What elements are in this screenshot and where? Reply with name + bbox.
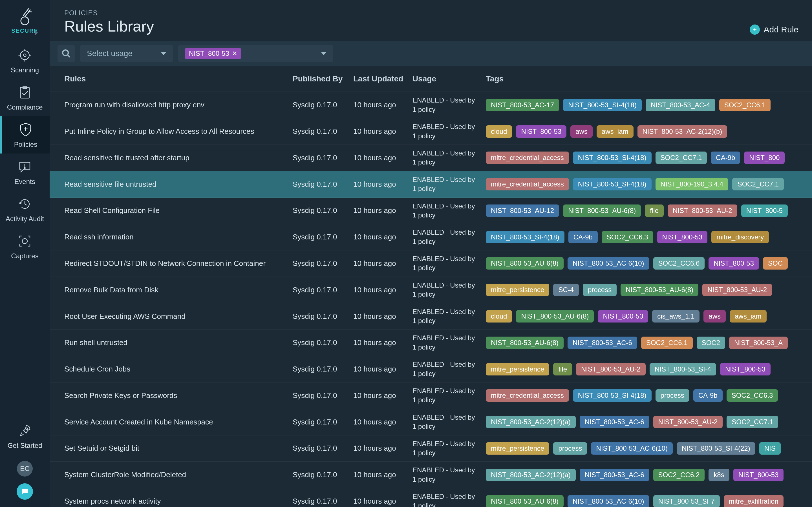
tag-pill[interactable]: SOC2_CC6.1: [641, 337, 693, 349]
table-row[interactable]: Put Inline Policy in Group to Allow Acce…: [50, 118, 812, 145]
tag-pill[interactable]: SOC2_CC7.1: [732, 178, 784, 190]
tag-pill[interactable]: cloud: [486, 125, 512, 138]
usage-filter-select[interactable]: Select usage: [80, 45, 173, 62]
tag-pill[interactable]: mitre_persistence: [486, 363, 549, 376]
tag-pill[interactable]: SOC2_CC7.1: [656, 152, 707, 164]
tag-pill[interactable]: aws: [703, 310, 726, 323]
tag-pill[interactable]: mitre_exfiltration: [724, 495, 783, 507]
tag-pill[interactable]: NIST_800-53_AU-6(8): [516, 310, 594, 323]
col-usage[interactable]: Usage: [412, 74, 486, 83]
tag-pill[interactable]: SOC2: [697, 337, 725, 349]
tag-pill[interactable]: mitre_credential_access: [486, 152, 569, 164]
tag-pill[interactable]: SOC: [763, 257, 788, 270]
sidebar-item-scanning[interactable]: Scanning: [0, 42, 50, 79]
sidebar-item-policies[interactable]: Policies: [0, 116, 50, 154]
tag-pill[interactable]: NIST_800: [744, 152, 784, 164]
tag-pill[interactable]: process: [553, 442, 587, 455]
table-row[interactable]: Read sensitive file trusted after startu…: [50, 145, 812, 171]
filter-chip[interactable]: NIST_800-53 ✕: [185, 48, 241, 59]
table-row[interactable]: Search Private Keys or PasswordsSysdig 0…: [50, 383, 812, 409]
tag-pill[interactable]: SOC2_CC6.2: [653, 469, 705, 481]
tag-pill[interactable]: NIST_800-53_AU-12: [486, 205, 559, 217]
tag-pill[interactable]: NIST_800-53_AU-6(8): [486, 257, 564, 270]
table-row[interactable]: Redirect STDOUT/STDIN to Network Connect…: [50, 250, 812, 277]
col-rules[interactable]: Rules: [64, 74, 293, 83]
tag-pill[interactable]: NIST_800-53: [516, 125, 566, 138]
tag-pill[interactable]: NIST_800-53_AC-6: [580, 416, 649, 428]
remove-chip-icon[interactable]: ✕: [232, 50, 237, 57]
tag-pill[interactable]: NIST_800-53_SI-4(22): [677, 442, 755, 455]
tag-pill[interactable]: NIST_800-53: [709, 257, 759, 270]
tag-pill[interactable]: NIST_800-53_AU-2: [702, 284, 772, 296]
chat-button[interactable]: [17, 483, 33, 500]
add-rule-button[interactable]: Add Rule: [750, 24, 799, 35]
tag-pill[interactable]: SOC2_CC6.1: [719, 99, 771, 111]
tag-pill[interactable]: NIST_800-53_AU-2: [668, 205, 737, 217]
table-row[interactable]: System ClusterRole Modified/DeletedSysdi…: [50, 462, 812, 488]
tag-pill[interactable]: NIST_800-53_AC-2(12)(b): [638, 125, 727, 138]
tag-pill[interactable]: aws: [570, 125, 593, 138]
table-row[interactable]: Program run with disallowed http proxy e…: [50, 92, 812, 118]
tag-pill[interactable]: aws_iam: [730, 310, 767, 323]
tag-pill[interactable]: SOC2_CC6.6: [653, 257, 705, 270]
table-row[interactable]: Service Account Created in Kube Namespac…: [50, 409, 812, 436]
tag-pill[interactable]: NIST_800-53_AU-2: [653, 416, 723, 428]
col-published-by[interactable]: Published By: [293, 74, 353, 83]
search-button[interactable]: [57, 45, 75, 62]
sidebar-item-captures[interactable]: Captures: [0, 228, 50, 265]
tag-pill[interactable]: cis_aws_1.1: [652, 310, 700, 323]
tag-pill[interactable]: NIST_800-53: [720, 363, 770, 376]
tag-pill[interactable]: process: [583, 284, 617, 296]
tag-pill[interactable]: NIST_800-53_SI-7: [653, 495, 720, 507]
tag-pill[interactable]: CA-9b: [693, 389, 723, 402]
tag-pill[interactable]: NIST_800-53_SI-4(18): [573, 178, 652, 190]
tag-pill[interactable]: NIST_800-53_AC-17: [486, 99, 559, 111]
tag-pill[interactable]: NIST_800-53_AU-6(8): [486, 337, 564, 349]
tag-pill[interactable]: NIST_800-53_AC-6: [567, 337, 637, 349]
tag-pill[interactable]: NIST_800-53_AC-6: [580, 469, 649, 481]
tag-pill[interactable]: NIST_800-53: [598, 310, 648, 323]
tag-pill[interactable]: NIST_800-53_AC-6(10): [591, 442, 672, 455]
tag-pill[interactable]: NIST_800-5: [741, 205, 788, 217]
col-tags[interactable]: Tags: [486, 74, 812, 83]
table-row[interactable]: Schedule Cron JobsSysdig 0.17.010 hours …: [50, 356, 812, 383]
tag-pill[interactable]: CA-9b: [711, 152, 740, 164]
tags-filter-select[interactable]: NIST_800-53 ✕: [178, 45, 333, 62]
tag-pill[interactable]: NIST_800-53_SI-4(18): [573, 389, 652, 402]
table-row[interactable]: Set Setuid or Setgid bitSysdig 0.17.010 …: [50, 436, 812, 462]
tag-pill[interactable]: mitre_credential_access: [486, 389, 569, 402]
table-row[interactable]: Read sensitive file untrustedSysdig 0.17…: [50, 171, 812, 198]
sidebar-item-get-started[interactable]: Get Started: [8, 423, 42, 450]
table-row[interactable]: Read Shell Configuration FileSysdig 0.17…: [50, 198, 812, 224]
tag-pill[interactable]: mitre_persistence: [486, 442, 549, 455]
col-last-updated[interactable]: Last Updated: [353, 74, 412, 83]
brand[interactable]: SECURE: [11, 8, 38, 34]
tag-pill[interactable]: NIST_800-53_AC-4: [646, 99, 715, 111]
table-row[interactable]: Root User Executing AWS CommandSysdig 0.…: [50, 303, 812, 330]
tag-pill[interactable]: NIST_800-53_AC-2(12)(a): [486, 469, 576, 481]
tag-pill[interactable]: NIST_800-53_AC-2(12)(a): [486, 416, 576, 428]
tag-pill[interactable]: NIST_800-53: [657, 231, 708, 243]
tag-pill[interactable]: NIST_800-53_AU-6(8): [620, 284, 698, 296]
sidebar-item-events[interactable]: Events: [0, 154, 50, 191]
tag-pill[interactable]: NIST_800-190_3.4.4: [656, 178, 728, 190]
table-row[interactable]: System procs network activitySysdig 0.17…: [50, 488, 812, 507]
tag-pill[interactable]: NIST_800-53_SI-4(18): [573, 152, 652, 164]
tag-pill[interactable]: SOC2_CC6.3: [602, 231, 653, 243]
tag-pill[interactable]: NIST_800-53_AC-6(10): [567, 495, 649, 507]
tag-pill[interactable]: aws_iam: [597, 125, 633, 138]
tag-pill[interactable]: file: [645, 205, 664, 217]
tag-pill[interactable]: process: [656, 389, 689, 402]
tag-pill[interactable]: cloud: [486, 310, 512, 323]
table-row[interactable]: Read ssh informationSysdig 0.17.010 hour…: [50, 224, 812, 250]
tag-pill[interactable]: CA-9b: [568, 231, 598, 243]
tag-pill[interactable]: SOC2_CC6.3: [726, 389, 778, 402]
tag-pill[interactable]: k8s: [709, 469, 729, 481]
tag-pill[interactable]: mitre_persistence: [486, 284, 549, 296]
tag-pill[interactable]: NIST_800-53_AC-6(10): [567, 257, 649, 270]
tag-pill[interactable]: NIST_800-53_AU-2: [576, 363, 646, 376]
tag-pill[interactable]: mitre_discovery: [711, 231, 769, 243]
tag-pill[interactable]: file: [553, 363, 572, 376]
tag-pill[interactable]: mitre_credential_access: [486, 178, 569, 190]
tag-pill[interactable]: NIST_800-53_AU-6(8): [486, 495, 564, 507]
